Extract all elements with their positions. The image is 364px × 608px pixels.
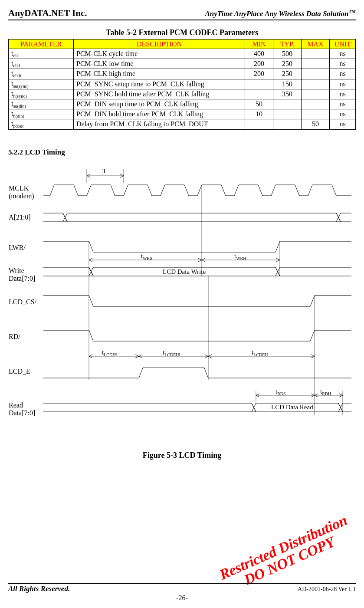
cell-min: 10 xyxy=(245,109,273,119)
table-row: tpdoutDelay from PCM_CLK falling to PCM_… xyxy=(9,119,356,129)
th-typ: TYP. xyxy=(273,39,302,49)
lcde-waveform xyxy=(43,367,351,378)
cell-unit: ns xyxy=(330,69,356,79)
cell-desc: Delay from PCM_CLK falling to PCM_DOUT xyxy=(74,119,245,129)
svg-text:tWRS: tWRS xyxy=(141,253,152,261)
svg-text:tRDS: tRDS xyxy=(275,388,286,396)
th-parameter: PARAMETER xyxy=(9,39,74,49)
rdata-waveform: LCD Data Read xyxy=(43,403,351,412)
cell-typ xyxy=(273,109,302,119)
table-row: tclkPCM-CLK cycle time400500ns xyxy=(9,49,356,59)
svg-text:tLCDES: tLCDES xyxy=(102,349,118,357)
lcde-dims: tLCDES tLCDEHI tLCDEH xyxy=(89,349,315,358)
th-min: MIN xyxy=(245,39,273,49)
period-T: T xyxy=(87,168,124,183)
label-tlcdes-sub: LCDES xyxy=(104,352,118,357)
cell-unit: ns xyxy=(330,79,356,89)
cell-min xyxy=(245,119,273,129)
table-row: th(din)PCM_DIN hold time after PCM_CLK f… xyxy=(9,109,356,119)
sig-label-lwr: LWR/ xyxy=(9,244,26,251)
table-row: tclklPCM-CLK low time200250ns xyxy=(9,59,356,69)
pcm-codec-parameters-table: PARAMETER DESCRIPTION MIN TYP. MAX UNIT … xyxy=(8,39,356,130)
cell-max xyxy=(302,109,330,119)
cell-max: 50 xyxy=(302,119,330,129)
cell-unit: ns xyxy=(330,49,356,59)
footer-right: AD-2001-06-28 Ver 1.1 xyxy=(298,586,356,593)
lwr-waveform xyxy=(43,241,351,252)
label-tlcdehi-sub: LCDEHI xyxy=(164,352,180,357)
sig-label-wdata1: Write xyxy=(9,267,24,274)
cell-unit: ns xyxy=(330,59,356,69)
section-heading-lcd-timing: 5.2.2 LCD Timing xyxy=(8,148,356,157)
mclk-waveform xyxy=(43,185,351,196)
cell-min: 50 xyxy=(245,99,273,109)
header-company: AnyDATA.NET Inc. xyxy=(8,8,87,19)
cell-param: tclkh xyxy=(9,69,74,79)
cell-unit: ns xyxy=(330,99,356,109)
cell-min xyxy=(245,89,273,99)
page-header: AnyDATA.NET Inc. AnyTime AnyPlace Any Wi… xyxy=(8,8,356,20)
cell-typ xyxy=(273,119,302,129)
svg-text:tRDH: tRDH xyxy=(320,388,331,396)
label-trds-sub: RDS xyxy=(277,391,285,396)
cell-max xyxy=(302,79,330,89)
cell-typ: 250 xyxy=(273,59,302,69)
label-lcd-data-write: LCD Data Write xyxy=(163,268,206,275)
label-T: T xyxy=(102,168,106,174)
cell-max xyxy=(302,99,330,109)
sig-label-addr: A[21:0] xyxy=(9,214,31,221)
sig-label-rdata2: Data[7:0] xyxy=(9,409,35,417)
cell-max xyxy=(302,59,330,69)
sig-label-mclk: MCLK xyxy=(9,184,29,192)
table-row: tsu(din)PCM_DIN setup time to PCM_CLK fa… xyxy=(9,99,356,109)
cell-param: tsu(sync) xyxy=(9,79,74,89)
cell-param: tclkl xyxy=(9,59,74,69)
cell-param: tsu(din) xyxy=(9,99,74,109)
cell-max xyxy=(302,49,330,59)
cell-min: 400 xyxy=(245,49,273,59)
cell-param: th(sync) xyxy=(9,89,74,99)
sig-label-rdata1: Read xyxy=(9,401,23,409)
table-row: tclkhPCM-CLK high time200250ns xyxy=(9,69,356,79)
cell-unit: ns xyxy=(330,89,356,99)
header-tagline-text: AnyTime AnyPlace Any Wireless Data Solut… xyxy=(205,10,348,18)
footer-page-number: -26- xyxy=(8,594,356,602)
cell-desc: PCM_DIN setup time to PCM_CLK falling xyxy=(74,99,245,109)
label-trdh-sub: RDH xyxy=(322,391,331,396)
footer-left: All Rights Reserved. xyxy=(8,585,70,593)
cell-desc: PCM-CLK high time xyxy=(74,69,245,79)
cell-param: tpdout xyxy=(9,119,74,129)
sig-label-rd: RD/ xyxy=(9,333,20,340)
cell-unit: ns xyxy=(330,109,356,119)
cell-typ: 500 xyxy=(273,49,302,59)
th-description: DESCRIPTION xyxy=(74,39,245,49)
watermark-line1: Restricted Distribution xyxy=(217,513,350,582)
svg-text:tWRH: tWRH xyxy=(234,253,246,261)
label-lcd-data-read: LCD Data Read xyxy=(271,404,313,411)
cell-typ: 250 xyxy=(273,69,302,79)
cell-max xyxy=(302,89,330,99)
page-footer: All Rights Reserved. AD-2001-06-28 Ver 1… xyxy=(8,583,356,602)
lcdcs-waveform xyxy=(43,296,351,306)
cell-typ: 150 xyxy=(273,79,302,89)
sig-label-wdata2: Data[7:0] xyxy=(9,275,35,282)
cell-typ: 350 xyxy=(273,89,302,99)
cell-desc: PCM-CLK low time xyxy=(74,59,245,69)
cell-desc: PCM-CLK cycle time xyxy=(74,49,245,59)
twrs-twrh: tWRS tWRH xyxy=(89,253,280,262)
th-unit: UNIT xyxy=(330,39,356,49)
table-caption: Table 5-2 External PCM CODEC Parameters xyxy=(8,28,356,37)
label-tlcdeh-sub: LCDEH xyxy=(253,352,268,357)
th-max: MAX xyxy=(302,39,330,49)
cell-typ xyxy=(273,99,302,109)
svg-text:tLCDEH: tLCDEH xyxy=(252,349,268,357)
cell-min xyxy=(245,79,273,89)
addr-waveform xyxy=(43,213,351,222)
cell-max xyxy=(302,69,330,79)
cell-min: 200 xyxy=(245,69,273,79)
cell-param: th(din) xyxy=(9,109,74,119)
cell-desc: PCM_SYNC hold time after PCM_CLK falling xyxy=(74,89,245,99)
table-row: tsu(sync)PCM_SYNC setup time to PCM_CLK … xyxy=(9,79,356,89)
header-tagline-tm: TM xyxy=(348,9,356,14)
cell-desc: PCM_DIN hold time after PCM_CLK falling xyxy=(74,109,245,119)
